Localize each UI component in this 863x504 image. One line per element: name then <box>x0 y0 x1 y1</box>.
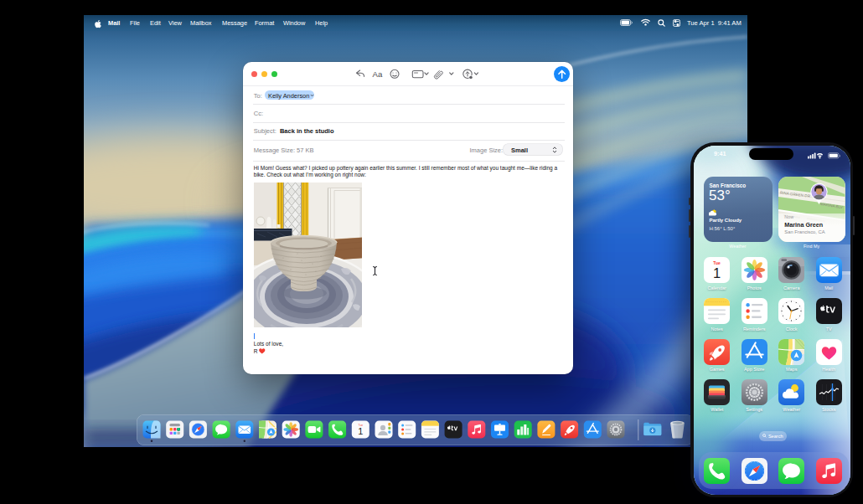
svg-text:1: 1 <box>713 265 721 280</box>
svg-text:1: 1 <box>358 426 363 436</box>
svg-text:Aa: Aa <box>373 69 383 79</box>
